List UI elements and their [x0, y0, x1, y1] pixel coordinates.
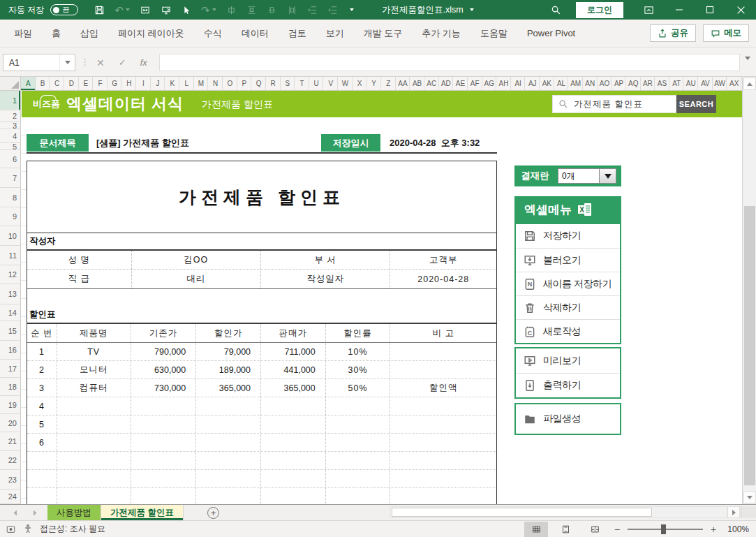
ribbon-tab-개발-도구[interactable]: 개발 도구	[354, 20, 413, 47]
column-header-R[interactable]: R	[266, 77, 281, 90]
discount-table-cell[interactable]: 365,000	[196, 379, 261, 397]
discount-table-cell[interactable]	[326, 397, 391, 415]
discount-table-cell[interactable]	[390, 434, 496, 451]
row-header-4[interactable]: 4	[0, 129, 20, 143]
author-field-value[interactable]: 김OO	[132, 251, 261, 269]
author-field-label[interactable]: 부 서	[261, 251, 390, 269]
column-header-AO[interactable]: AO	[598, 77, 612, 90]
discount-table-cell[interactable]: TV	[57, 343, 131, 360]
ribbon-tab-파일[interactable]: 파일	[4, 20, 42, 47]
discount-table-cell[interactable]	[131, 434, 197, 451]
author-field-value[interactable]: 고객부	[390, 251, 496, 269]
ribbon-tab-도움말[interactable]: 도움말	[470, 20, 517, 47]
row-header-14[interactable]: 14	[0, 304, 20, 321]
row-header-12[interactable]: 12	[0, 265, 20, 284]
row-header-18[interactable]: 18	[0, 378, 20, 396]
column-header-P[interactable]: P	[237, 77, 252, 90]
column-header-L[interactable]: L	[179, 77, 194, 90]
row-header-6[interactable]: 6	[0, 150, 20, 168]
column-header-T[interactable]: T	[295, 77, 309, 90]
row-header-11[interactable]: 11	[0, 246, 20, 265]
author-field-value[interactable]: 대리	[132, 270, 261, 288]
discount-table-cell[interactable]	[27, 470, 57, 487]
discount-table-cell[interactable]: 790,000	[131, 343, 197, 360]
menu-item-file-create[interactable]: 파일생성	[516, 404, 620, 434]
menu-item-load[interactable]: 불러오기	[516, 248, 620, 272]
cursor-icon[interactable]	[181, 3, 191, 17]
discount-table-cell[interactable]: 50%	[326, 379, 391, 397]
row-header-22[interactable]: 22	[0, 451, 20, 470]
discount-table-cell[interactable]	[390, 470, 496, 487]
discount-table-cell[interactable]: 630,000	[131, 361, 197, 378]
column-header-AL[interactable]: AL	[554, 77, 569, 90]
discount-table-cell[interactable]	[131, 470, 197, 487]
discount-table-cell[interactable]	[196, 488, 261, 504]
row-header-23[interactable]: 23	[0, 470, 20, 490]
menu-item-delete[interactable]: 삭제하기	[516, 295, 620, 319]
column-header-H[interactable]: H	[121, 77, 136, 90]
column-header-J[interactable]: J	[151, 77, 165, 90]
column-header-AX[interactable]: AX	[727, 77, 741, 90]
banner-search-button[interactable]: SEARCH	[676, 95, 716, 113]
discount-table-cell[interactable]	[261, 397, 326, 415]
discount-table-cell[interactable]: 730,000	[131, 379, 197, 397]
discount-table-cell[interactable]	[326, 415, 391, 433]
doc-title-value[interactable]: [샘플] 가전제품 할인표	[96, 134, 189, 152]
save-icon[interactable]	[94, 3, 105, 17]
discount-table-cell[interactable]	[196, 470, 261, 487]
discount-table-cell[interactable]: 30%	[326, 361, 391, 378]
zoom-level[interactable]: 100%	[724, 524, 749, 534]
screen-capture-icon[interactable]	[161, 3, 172, 17]
ribbon-tab-홈[interactable]: 홈	[42, 20, 71, 47]
discount-table-cell[interactable]	[196, 397, 261, 415]
column-header-C[interactable]: C	[50, 77, 64, 90]
ribbon-display-options-icon[interactable]	[633, 0, 664, 20]
discount-table-cell[interactable]: 6	[27, 434, 57, 451]
column-header-AA[interactable]: AA	[396, 77, 410, 90]
discount-table-cell[interactable]	[390, 343, 496, 360]
column-header-M[interactable]: M	[194, 77, 209, 90]
ribbon-tab-수식[interactable]: 수식	[194, 20, 232, 47]
discount-table-cell[interactable]: 할인액	[390, 379, 496, 397]
accessibility-icon[interactable]	[23, 524, 33, 534]
ribbon-tab-삽입[interactable]: 삽입	[71, 20, 108, 47]
discount-table-cell[interactable]	[131, 488, 197, 504]
discount-table-cell[interactable]	[261, 452, 326, 469]
column-header-AB[interactable]: AB	[410, 77, 424, 90]
zoom-slider[interactable]	[628, 524, 703, 534]
discount-table-cell[interactable]	[57, 415, 131, 433]
ribbon-tab-데이터[interactable]: 데이터	[232, 20, 279, 47]
discount-table-cell[interactable]: 2	[27, 361, 57, 378]
discount-table-cell[interactable]	[57, 397, 131, 415]
column-header-W[interactable]: W	[338, 77, 353, 90]
scroll-down-icon[interactable]	[743, 491, 756, 503]
ribbon-tab-추가-기능[interactable]: 추가 기능	[412, 20, 470, 47]
ribbon-tab-검토[interactable]: 검토	[279, 20, 316, 47]
discount-table-cell[interactable]	[131, 452, 197, 469]
author-field-label[interactable]: 직 급	[27, 270, 132, 288]
column-header-AK[interactable]: AK	[540, 77, 554, 90]
discount-table-cell[interactable]: 컴퓨터	[57, 379, 131, 397]
column-header-Y[interactable]: Y	[366, 77, 381, 90]
row-header-1[interactable]: 1	[0, 91, 20, 110]
discount-column-header[interactable]: 기존가	[131, 324, 197, 342]
column-header-N[interactable]: N	[208, 77, 223, 90]
author-section-label[interactable]: 작성자	[27, 233, 496, 251]
discount-table-cell[interactable]: 711,000	[261, 343, 326, 360]
discount-column-header[interactable]: 비 고	[390, 324, 496, 342]
menu-item-preview[interactable]: 미리보기	[516, 348, 620, 373]
zoom-in-button[interactable]: +	[709, 524, 718, 535]
discount-table-cell[interactable]	[390, 452, 496, 469]
discount-table-cell[interactable]	[326, 470, 391, 487]
fit-window-icon[interactable]	[140, 3, 151, 17]
column-header-AQ[interactable]: AQ	[626, 77, 641, 90]
sheet-tab-사용방법[interactable]: 사용방법	[47, 505, 101, 520]
discount-column-header[interactable]: 할인률	[326, 324, 391, 342]
discount-table-cell[interactable]: 189,000	[196, 361, 261, 378]
scroll-up-icon[interactable]	[743, 78, 756, 90]
discount-table-cell[interactable]	[57, 470, 131, 487]
column-header-AV[interactable]: AV	[698, 77, 713, 90]
column-header-X[interactable]: X	[353, 77, 367, 90]
menu-item-new-doc[interactable]: C새로작성	[516, 319, 620, 343]
column-header-AH[interactable]: AH	[496, 77, 511, 90]
